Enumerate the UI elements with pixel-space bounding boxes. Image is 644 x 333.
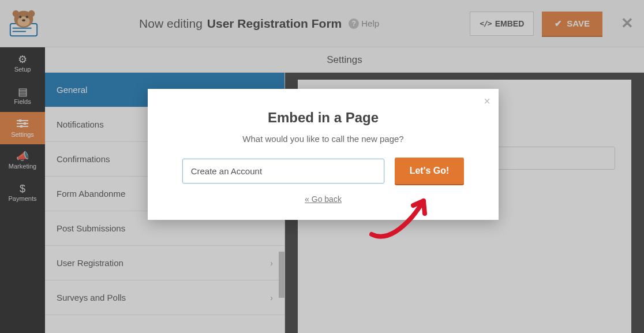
modal-input-row: Let's Go! [171,158,475,184]
modal-close-icon[interactable]: × [484,95,491,108]
page-name-input[interactable] [182,159,384,184]
lets-go-button[interactable]: Let's Go! [395,158,465,184]
embed-modal: × Embed in a Page What would you like to… [148,89,499,220]
modal-subtitle: What would you like to call the new page… [171,134,475,144]
go-back-link[interactable]: « Go back [171,194,475,204]
modal-title: Embed in a Page [171,110,475,126]
